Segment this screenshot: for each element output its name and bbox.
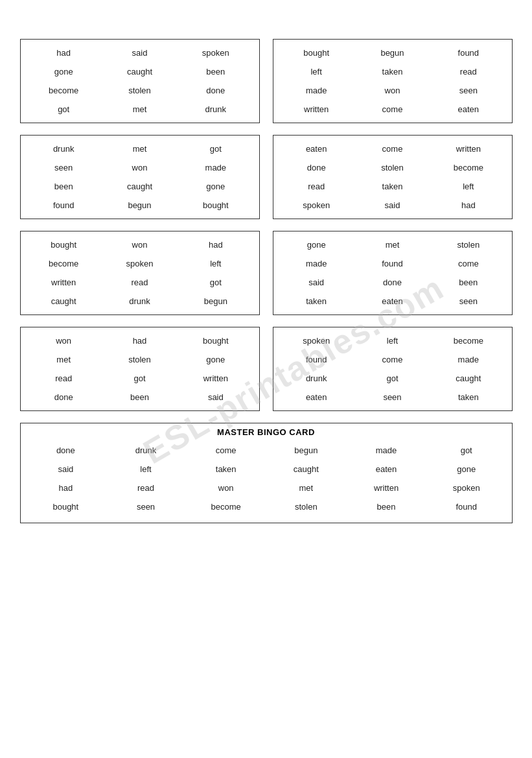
cards-row-1: hadsaidspokengonecaughtbeenbecomestolend…: [20, 39, 513, 123]
bingo-cell: taken: [354, 67, 430, 77]
bingo-cell: come: [354, 104, 430, 114]
bingo-cell: stolen: [430, 240, 506, 250]
card-row: readgotwritten: [23, 369, 257, 388]
card-row: wonhadbought: [23, 331, 257, 350]
card-row: donebeensaid: [23, 388, 257, 407]
master-card-row: donedrunkcomebegunmadegot: [23, 441, 509, 460]
bingo-cell: got: [102, 373, 178, 383]
bingo-cell: written: [279, 104, 354, 114]
master-bingo-card: MASTER BINGO CARD donedrunkcomebegunmade…: [20, 423, 513, 523]
master-cell: done: [26, 445, 106, 455]
bingo-cell: eaten: [279, 144, 354, 154]
card-row: boughtwonhad: [23, 235, 257, 254]
bingo-cell: made: [279, 86, 354, 95]
master-title: MASTER BINGO CARD: [23, 427, 509, 437]
card-row: lefttakenread: [276, 62, 509, 81]
master-card-row: hadreadwonmetwrittenspoken: [23, 479, 509, 497]
page: hadsaidspokengonecaughtbeenbecomestolend…: [20, 39, 513, 523]
card-row: writtenreadgot: [23, 273, 257, 292]
bingo-cell: made: [279, 259, 354, 268]
bingo-cell: become: [26, 259, 102, 268]
bingo-cell: become: [430, 336, 506, 346]
bingo-cell: got: [178, 144, 253, 154]
bingo-cell: bought: [279, 48, 354, 58]
master-cell: begun: [266, 445, 347, 455]
bingo-cell: won: [102, 163, 178, 172]
bingo-cell: eaten: [430, 104, 506, 114]
bingo-cell: read: [279, 182, 354, 191]
bingo-cell: drunk: [102, 296, 178, 306]
bingo-cell: left: [430, 182, 506, 191]
bingo-card-8: spokenleftbecomefoundcomemadedrunkgotcau…: [273, 327, 513, 411]
master-card-row: boughtseenbecomestolenbeenfound: [23, 497, 509, 516]
bingo-card-7: wonhadboughtmetstolengonereadgotwrittend…: [20, 327, 260, 411]
bingo-cell: gone: [178, 182, 253, 191]
card-row: foundbegunbought: [23, 196, 257, 215]
bingo-cell: seen: [430, 296, 506, 306]
bingo-cell: met: [102, 144, 178, 154]
master-cell: found: [426, 502, 507, 512]
bingo-cell: spoken: [279, 336, 354, 346]
card-row: foundcomemade: [276, 350, 509, 369]
master-cell: taken: [186, 464, 266, 474]
card-row: beencaughtgone: [23, 177, 257, 196]
bingo-cell: written: [26, 278, 102, 287]
bingo-cell: begun: [102, 200, 178, 210]
bingo-cell: been: [26, 182, 102, 191]
cards-row-4: wonhadboughtmetstolengonereadgotwrittend…: [20, 327, 513, 411]
card-row: madewonseen: [276, 81, 509, 100]
bingo-cell: begun: [354, 48, 430, 58]
bingo-cell: had: [26, 48, 102, 58]
bingo-cell: bought: [178, 200, 253, 210]
bingo-cell: won: [26, 336, 102, 346]
bingo-cell: stolen: [354, 163, 430, 172]
bingo-cell: found: [26, 200, 102, 210]
bingo-card-5: boughtwonhadbecomespokenleftwrittenreadg…: [20, 231, 260, 315]
bingo-cell: become: [26, 86, 102, 95]
bingo-cell: said: [354, 200, 430, 210]
bingo-cell: bought: [178, 336, 253, 346]
bingo-cell: made: [430, 355, 506, 364]
master-cell: read: [106, 483, 186, 493]
bingo-cell: read: [102, 278, 178, 287]
bingo-cell: drunk: [178, 104, 253, 114]
bingo-cell: met: [354, 240, 430, 250]
master-cell: written: [346, 483, 426, 493]
bingo-cell: spoken: [279, 200, 354, 210]
bingo-cell: gone: [279, 240, 354, 250]
bingo-cell: left: [178, 259, 253, 268]
bingo-cell: read: [430, 67, 506, 77]
bingo-cell: written: [430, 144, 506, 154]
master-cell: eaten: [346, 464, 426, 474]
bingo-card-1: hadsaidspokengonecaughtbeenbecomestolend…: [20, 39, 260, 123]
bingo-cell: met: [26, 355, 102, 364]
bingo-cell: come: [354, 144, 430, 154]
master-cell: bought: [26, 502, 106, 512]
card-row: drunkmetgot: [23, 139, 257, 158]
master-cell: met: [266, 483, 347, 493]
bingo-cell: had: [178, 240, 253, 250]
bingo-cell: found: [279, 355, 354, 364]
bingo-cell: been: [102, 392, 178, 402]
card-row: drunkgotcaught: [276, 369, 509, 388]
bingo-cell: come: [354, 355, 430, 364]
bingo-cell: bought: [26, 240, 102, 250]
bingo-card-2: boughtbegunfoundlefttakenreadmadewonseen…: [273, 39, 513, 123]
card-row: metstolengone: [23, 350, 257, 369]
card-row: becomespokenleft: [23, 254, 257, 273]
bingo-cell: left: [279, 67, 354, 77]
bingo-card-6: gonemetstolenmadefoundcomesaiddonebeenta…: [273, 231, 513, 315]
bingo-cell: had: [102, 336, 178, 346]
bingo-cell: taken: [354, 182, 430, 191]
card-row: caughtdrunkbegun: [23, 292, 257, 311]
bingo-cell: come: [430, 259, 506, 268]
master-cell: left: [106, 464, 186, 474]
bingo-cell: caught: [102, 182, 178, 191]
bingo-cell: eaten: [279, 392, 354, 402]
bingo-cell: spoken: [102, 259, 178, 268]
master-cell: spoken: [426, 483, 507, 493]
card-row: gonecaughtbeen: [23, 62, 257, 81]
bingo-cell: eaten: [354, 296, 430, 306]
bingo-cell: drunk: [26, 144, 102, 154]
bingo-cell: seen: [430, 86, 506, 95]
